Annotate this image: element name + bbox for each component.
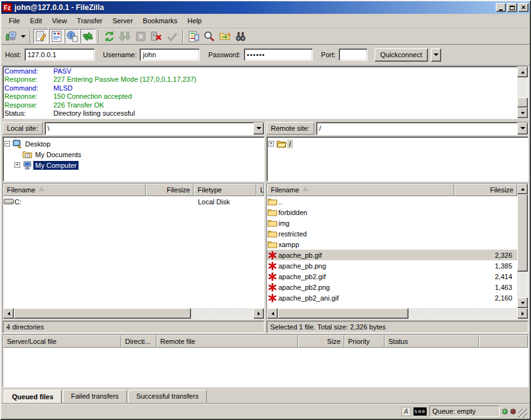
local-site-combo[interactable]: \ [45, 122, 265, 135]
column-filesize[interactable]: Filesize [454, 184, 517, 196]
remote-file-row[interactable]: img [267, 218, 517, 228]
scroll-left-icon[interactable] [3, 308, 14, 319]
tree-label[interactable]: My Computer [33, 161, 79, 170]
remote-file-row[interactable]: xampp [267, 239, 517, 250]
remote-file-row[interactable]: apache_pb.png 1,385 [267, 260, 517, 271]
transfer-type-indicator-icon[interactable]: A [402, 407, 411, 416]
scroll-up-icon[interactable] [517, 184, 528, 194]
resize-grip[interactable] [518, 409, 527, 417]
column-last-modified[interactable]: L [256, 184, 264, 196]
column-filetype[interactable]: Filetype [194, 184, 256, 196]
scroll-thumb[interactable] [14, 308, 191, 319]
scroll-up-icon[interactable] [517, 67, 528, 77]
directory-comparison-icon[interactable] [186, 29, 201, 43]
file-size: 1,385 [454, 262, 517, 270]
disconnect-icon[interactable] [149, 29, 164, 43]
column-filename[interactable]: Filename [267, 184, 454, 196]
menu-server[interactable]: Server [107, 15, 138, 26]
column-server-local-file[interactable]: Server/Local file [3, 335, 121, 348]
tree-item-my-computer[interactable]: + My Computer [4, 160, 263, 170]
site-manager-dropdown-icon[interactable] [19, 29, 27, 43]
process-queue-icon[interactable] [118, 29, 133, 43]
tree-label[interactable]: My Documents [33, 150, 83, 159]
toggle-transfer-queue-icon[interactable] [80, 29, 96, 43]
quickconnect-dropdown-icon[interactable] [431, 48, 441, 62]
menu-transfer[interactable]: Transfer [72, 15, 107, 26]
menu-help[interactable]: Help [182, 15, 207, 26]
remote-file-row[interactable]: apache_pb.gif 2,326 [267, 250, 517, 260]
remote-file-row[interactable]: apache_pb2.png 1,463 [267, 282, 517, 292]
scroll-thumb[interactable] [517, 97, 528, 108]
local-hscrollbar[interactable] [3, 308, 264, 319]
speed-limit-indicator-icon[interactable]: 500 [413, 407, 427, 416]
chevron-down-icon[interactable] [517, 123, 528, 135]
scroll-right-icon[interactable] [253, 308, 264, 319]
quickconnect-button[interactable]: Quickconnect [375, 48, 428, 62]
message-log-scrollbar[interactable] [517, 67, 528, 118]
tree-label[interactable]: Desktop [23, 140, 52, 148]
expand-icon[interactable]: + [268, 141, 274, 146]
column-size[interactable]: Size [298, 335, 344, 348]
synchronized-browsing-icon[interactable] [217, 29, 233, 43]
local-file-row[interactable]: C: Local Disk [3, 196, 264, 207]
toggle-remote-tree-icon[interactable] [65, 29, 80, 43]
tree-item-root[interactable]: + / [268, 138, 527, 149]
column-priority[interactable]: Priority [344, 335, 385, 348]
remote-file-row[interactable]: restricted [267, 228, 517, 239]
remote-vscrollbar[interactable] [517, 184, 528, 308]
tree-item-desktop[interactable]: − Desktop [4, 138, 263, 149]
menu-bookmarks[interactable]: Bookmarks [138, 15, 182, 26]
remote-file-row[interactable]: .. [267, 196, 517, 207]
local-status-text: 4 directories [3, 321, 265, 333]
menu-file[interactable]: File [4, 15, 25, 26]
expand-icon[interactable]: + [14, 162, 20, 168]
close-button[interactable]: ✕ [518, 3, 528, 12]
remote-hscrollbar[interactable] [267, 308, 528, 319]
scroll-left-icon[interactable] [267, 308, 278, 319]
scroll-thumb[interactable] [517, 194, 528, 271]
tab-queued-files[interactable]: Queued files [4, 390, 62, 403]
scroll-thumb[interactable] [278, 308, 408, 319]
image-icon [267, 272, 278, 281]
menu-view[interactable]: View [47, 15, 72, 26]
remote-list-header: Filename Filesize [267, 184, 517, 196]
titlebar[interactable]: Fz john@127.0.0.1 - FileZilla ✕ [1, 1, 530, 14]
chevron-down-icon[interactable] [253, 123, 264, 135]
toggle-local-tree-icon[interactable] [49, 29, 64, 43]
find-files-icon[interactable] [233, 29, 248, 43]
minimize-button[interactable] [496, 3, 506, 12]
remote-file-row[interactable]: apache_pb2_ani.gif 2,160 [267, 292, 517, 303]
toggle-message-log-icon[interactable] [33, 29, 48, 43]
tree-label[interactable]: / [287, 140, 293, 148]
collapse-icon[interactable]: − [4, 141, 10, 146]
column-remote-file[interactable]: Remote file [156, 335, 298, 348]
local-site-value: \ [45, 123, 253, 135]
scroll-down-icon[interactable] [517, 108, 528, 118]
scroll-right-icon[interactable] [517, 308, 528, 319]
remote-file-row[interactable]: apache_pb2.gif 2,414 [267, 271, 517, 282]
maximize-button[interactable] [507, 3, 517, 12]
remote-tree: + / [266, 136, 528, 182]
tab-failed-transfers[interactable]: Failed transfers [63, 390, 127, 402]
image-icon [267, 262, 278, 270]
reconnect-icon[interactable] [165, 29, 180, 43]
tree-item-my-documents[interactable]: My Documents [4, 149, 263, 160]
scroll-down-icon[interactable] [517, 297, 528, 308]
filter-icon[interactable] [202, 29, 217, 43]
username-input[interactable]: john [140, 48, 200, 61]
password-input[interactable]: •••••• [244, 48, 313, 61]
tab-successful-transfers[interactable]: Successful transfers [128, 390, 207, 402]
column-status[interactable]: Status [385, 335, 479, 348]
menu-edit[interactable]: Edit [25, 15, 47, 26]
refresh-icon[interactable] [102, 29, 117, 43]
column-filesize[interactable]: Filesize [146, 184, 194, 196]
column-filename[interactable]: Filename [3, 184, 146, 196]
port-input[interactable] [339, 48, 368, 61]
cancel-operation-icon[interactable] [133, 29, 148, 43]
host-input[interactable]: 127.0.0.1 [25, 48, 95, 61]
remote-site-combo[interactable]: / [316, 122, 528, 135]
remote-file-row[interactable]: forbidden [267, 207, 517, 218]
file-size: 1,463 [454, 284, 517, 291]
column-direction[interactable]: Directi... [121, 335, 156, 348]
site-manager-icon[interactable] [3, 29, 18, 43]
